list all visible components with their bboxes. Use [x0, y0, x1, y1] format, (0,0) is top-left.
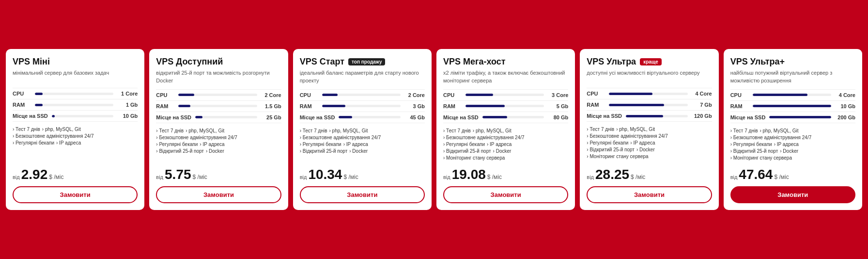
feature-item: › Тест 7 днів: [156, 128, 184, 133]
specs-mini: CPU 1 Core RAM 1 Gb Місце на SSD: [13, 88, 138, 122]
order-button-ultraplus[interactable]: Замовити: [730, 186, 855, 203]
order-button-ultra[interactable]: Замовити: [587, 186, 712, 203]
card-subtitle-mini: мінімальний сервер для базових задач: [13, 69, 138, 83]
spec-bar-wrap: [769, 116, 831, 118]
spec-bar: [339, 116, 352, 118]
spec-value: 80 Gb: [548, 114, 568, 120]
badge-ultra: краще: [640, 58, 662, 65]
spec-bar: [178, 105, 190, 107]
spec-bar-wrap: [609, 93, 687, 95]
spec-value: 1 Core: [117, 91, 138, 97]
feature-item: › Docker: [206, 148, 224, 154]
price-main: 28.25: [595, 168, 629, 181]
order-button-megahost[interactable]: Замовити: [443, 186, 568, 203]
spec-bar-wrap: [178, 105, 257, 107]
order-button-start[interactable]: Замовити: [300, 186, 425, 203]
spec-bar-wrap: [178, 94, 257, 96]
order-button-mini[interactable]: Замовити: [13, 186, 138, 203]
feature-item: › Тест 7 днів: [443, 128, 471, 133]
feature-item: › Моніторинг стану сервера: [443, 155, 505, 161]
feature-group: › Відкритий 25-й порт› Docker: [730, 148, 855, 154]
spec-bar-wrap: [339, 116, 401, 118]
spec-bar: [609, 93, 652, 95]
card-ultra: VPS Ультра краще доступні усі можливості…: [580, 49, 718, 210]
specs-ultraplus: CPU 4 Core RAM 10 Gb Місце на SSD: [730, 89, 855, 123]
spec-row: CPU 2 Core: [300, 90, 425, 101]
feature-item: › Регулярні бекапи: [300, 142, 341, 147]
spec-label: RAM: [443, 103, 462, 109]
spec-value: 3 Core: [548, 92, 568, 98]
spec-bar: [753, 105, 831, 107]
title-text-start: VPS Старт: [300, 57, 344, 67]
price-section-megahost: від 19.08 $ /міс: [443, 167, 568, 181]
feature-group: › Моніторинг стану сервера: [587, 154, 712, 159]
price-row: від 2.92 $ /міс: [13, 168, 138, 181]
price-unit: $ /міс: [49, 174, 63, 180]
spec-bar: [465, 94, 493, 96]
feature-item: › Docker: [493, 148, 512, 154]
spec-bar: [753, 94, 808, 96]
card-subtitle-ultra: доступні усі можливості віртуального сер…: [587, 69, 712, 83]
spec-value: 7 Gb: [692, 102, 712, 108]
spec-value: 10 Gb: [835, 103, 855, 109]
price-row: від 19.08 $ /міс: [443, 168, 568, 181]
spec-value: 25 Gb: [261, 114, 281, 120]
feature-item: › IP адреса: [630, 140, 655, 146]
price-section-ultraplus: від 47.64 $ /міс: [730, 167, 855, 181]
feature-item: › Безкоштовне адміністрування 24/7: [156, 135, 237, 140]
price-section-dostupny: від 5.75 $ /міс: [156, 167, 281, 181]
feature-group: › Відкритий 25-й порт› Docker: [300, 148, 425, 154]
spec-label: RAM: [156, 103, 174, 109]
price-unit: $ /міс: [343, 174, 358, 180]
spec-label: RAM: [730, 103, 749, 109]
spec-value: 120 Gb: [692, 113, 712, 119]
spec-bar: [482, 116, 507, 118]
feature-item: › Відкритий 25-й порт: [300, 148, 348, 154]
features-ultraplus: › Тест 7 днів› php, MySQL, Git› Безкошто…: [730, 128, 855, 162]
spec-bar-wrap: [322, 94, 401, 96]
feature-item: › php, MySQL, Git: [42, 127, 81, 132]
spec-bar-wrap: [322, 105, 401, 107]
feature-item: › php, MySQL, Git: [473, 128, 512, 133]
spec-bar: [626, 115, 663, 117]
feature-group: › Тест 7 днів› php, MySQL, Git: [13, 127, 138, 132]
title-text-megahost: VPS Мега-хост: [443, 57, 506, 67]
spec-row: Місце на SSD 120 Gb: [587, 111, 712, 122]
spec-bar: [465, 105, 505, 107]
spec-row: CPU 2 Core: [156, 90, 281, 101]
spec-label: CPU: [13, 91, 31, 97]
price-from: від: [156, 174, 163, 180]
spec-bar-wrap: [609, 104, 687, 106]
feature-group: › Безкоштовне адміністрування 24/7: [156, 135, 281, 140]
order-button-dostupny[interactable]: Замовити: [156, 186, 281, 203]
price-section-start: від 10.34 $ /міс: [300, 167, 425, 181]
feature-item: › Безкоштовне адміністрування 24/7: [443, 135, 525, 140]
price-section-ultra: від 28.25 $ /міс: [587, 167, 712, 181]
title-text-dostupny: VPS Доступний: [156, 57, 223, 67]
price-unit: $ /міс: [487, 174, 502, 180]
feature-item: › Регулярні бекапи: [443, 142, 485, 147]
spec-bar-wrap: [465, 94, 544, 96]
feature-item: › Відкритий 25-й порт: [730, 148, 778, 154]
spec-value: 2 Core: [261, 92, 281, 98]
spec-value: 1.5 Gb: [261, 103, 281, 109]
feature-item: › Моніторинг стану сервера: [730, 155, 792, 161]
feature-item: › Тест 7 днів: [730, 128, 758, 133]
spec-value: 1 Gb: [117, 102, 138, 108]
title-text-ultra: VPS Ультра: [587, 57, 636, 67]
price-row: від 10.34 $ /міс: [300, 168, 425, 181]
feature-item: › IP адреса: [200, 142, 224, 147]
feature-group: › Регулярні бекапи› IP адреса: [730, 142, 855, 147]
spec-label: Місце на SSD: [156, 114, 191, 120]
badge-start: топ продажу: [348, 58, 385, 65]
spec-value: 2 Core: [404, 92, 425, 98]
spec-value: 4 Core: [835, 92, 855, 98]
title-text-ultraplus: VPS Ультра+: [730, 57, 785, 67]
spec-row: Місце на SSD 45 Gb: [300, 112, 425, 123]
card-title-mini: VPS Міні: [13, 57, 138, 67]
spec-bar-wrap: [753, 105, 831, 107]
feature-group: › Регулярні бекапи› IP адреса: [443, 142, 568, 147]
feature-group: › Безкоштовне адміністрування 24/7: [587, 133, 712, 139]
spec-bar: [195, 116, 202, 118]
feature-group: › Моніторинг стану сервера: [443, 155, 568, 161]
